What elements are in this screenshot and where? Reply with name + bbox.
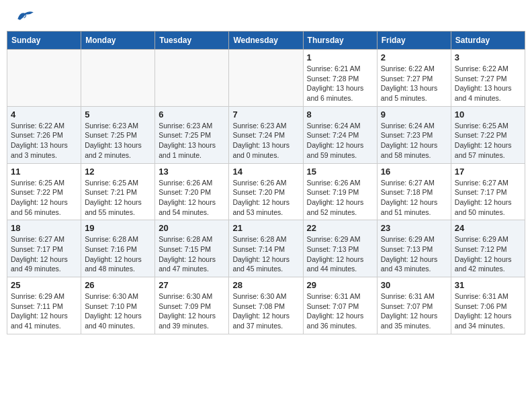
day-info: Sunrise: 6:28 AMSunset: 7:15 PMDaylight:… bbox=[159, 234, 225, 274]
day-number: 1 bbox=[307, 52, 373, 62]
day-info: Sunrise: 6:25 AMSunset: 7:21 PMDaylight:… bbox=[85, 178, 151, 218]
calendar-cell bbox=[155, 50, 229, 107]
calendar-week-row: 1Sunrise: 6:21 AMSunset: 7:28 PMDaylight… bbox=[7, 50, 525, 107]
day-number: 23 bbox=[381, 223, 447, 233]
calendar-table: SundayMondayTuesdayWednesdayThursdayFrid… bbox=[7, 31, 525, 334]
day-info: Sunrise: 6:29 AMSunset: 7:11 PMDaylight:… bbox=[11, 291, 77, 331]
calendar-cell: 1Sunrise: 6:21 AMSunset: 7:28 PMDaylight… bbox=[303, 50, 377, 107]
day-number: 26 bbox=[85, 280, 151, 290]
calendar-cell: 17Sunrise: 6:27 AMSunset: 7:17 PMDayligh… bbox=[451, 163, 525, 220]
calendar-cell: 22Sunrise: 6:29 AMSunset: 7:13 PMDayligh… bbox=[303, 220, 377, 277]
day-number: 3 bbox=[455, 52, 521, 62]
calendar-cell: 14Sunrise: 6:26 AMSunset: 7:20 PMDayligh… bbox=[229, 163, 303, 220]
day-info: Sunrise: 6:28 AMSunset: 7:16 PMDaylight:… bbox=[85, 234, 151, 274]
day-number: 9 bbox=[381, 109, 447, 120]
day-info: Sunrise: 6:25 AMSunset: 7:22 PMDaylight:… bbox=[11, 178, 77, 218]
day-info: Sunrise: 6:24 AMSunset: 7:23 PMDaylight:… bbox=[381, 121, 447, 161]
day-info: Sunrise: 6:26 AMSunset: 7:19 PMDaylight:… bbox=[307, 178, 373, 218]
calendar-cell: 6Sunrise: 6:23 AMSunset: 7:25 PMDaylight… bbox=[155, 106, 229, 163]
day-number: 2 bbox=[381, 52, 447, 62]
day-number: 21 bbox=[232, 223, 299, 233]
weekday-header-monday: Monday bbox=[81, 32, 155, 50]
calendar-cell: 26Sunrise: 6:30 AMSunset: 7:10 PMDayligh… bbox=[81, 277, 155, 334]
day-number: 22 bbox=[307, 223, 373, 233]
day-info: Sunrise: 6:23 AMSunset: 7:24 PMDaylight:… bbox=[232, 121, 299, 161]
day-number: 28 bbox=[232, 280, 299, 290]
day-info: Sunrise: 6:23 AMSunset: 7:25 PMDaylight:… bbox=[85, 121, 151, 161]
weekday-header-saturday: Saturday bbox=[451, 32, 525, 50]
day-number: 25 bbox=[11, 280, 77, 290]
day-info: Sunrise: 6:30 AMSunset: 7:10 PMDaylight:… bbox=[85, 291, 151, 331]
day-number: 18 bbox=[11, 223, 77, 233]
day-number: 7 bbox=[232, 109, 299, 120]
calendar-cell: 25Sunrise: 6:29 AMSunset: 7:11 PMDayligh… bbox=[7, 277, 81, 334]
day-number: 11 bbox=[11, 167, 77, 177]
calendar-cell: 18Sunrise: 6:27 AMSunset: 7:17 PMDayligh… bbox=[7, 220, 81, 277]
day-info: Sunrise: 6:27 AMSunset: 7:17 PMDaylight:… bbox=[455, 178, 521, 218]
day-info: Sunrise: 6:30 AMSunset: 7:08 PMDaylight:… bbox=[232, 291, 299, 331]
day-info: Sunrise: 6:26 AMSunset: 7:20 PMDaylight:… bbox=[159, 178, 225, 218]
day-number: 4 bbox=[11, 109, 77, 120]
day-info: Sunrise: 6:22 AMSunset: 7:27 PMDaylight:… bbox=[455, 64, 521, 103]
weekday-header-sunday: Sunday bbox=[7, 32, 81, 50]
calendar-cell: 4Sunrise: 6:22 AMSunset: 7:26 PMDaylight… bbox=[7, 106, 81, 163]
calendar-cell: 24Sunrise: 6:29 AMSunset: 7:12 PMDayligh… bbox=[451, 220, 525, 277]
day-number: 29 bbox=[307, 280, 373, 290]
day-number: 12 bbox=[85, 167, 151, 177]
day-info: Sunrise: 6:25 AMSunset: 7:22 PMDaylight:… bbox=[455, 121, 521, 161]
calendar-cell: 30Sunrise: 6:31 AMSunset: 7:07 PMDayligh… bbox=[377, 277, 451, 334]
calendar-cell: 8Sunrise: 6:24 AMSunset: 7:24 PMDaylight… bbox=[303, 106, 377, 163]
day-info: Sunrise: 6:31 AMSunset: 7:07 PMDaylight:… bbox=[381, 291, 447, 331]
calendar-cell: 15Sunrise: 6:26 AMSunset: 7:19 PMDayligh… bbox=[303, 163, 377, 220]
calendar-week-row: 11Sunrise: 6:25 AMSunset: 7:22 PMDayligh… bbox=[7, 163, 525, 220]
calendar-cell: 20Sunrise: 6:28 AMSunset: 7:15 PMDayligh… bbox=[155, 220, 229, 277]
calendar-cell: 11Sunrise: 6:25 AMSunset: 7:22 PMDayligh… bbox=[7, 163, 81, 220]
calendar-week-row: 25Sunrise: 6:29 AMSunset: 7:11 PMDayligh… bbox=[7, 277, 525, 334]
day-number: 27 bbox=[159, 280, 225, 290]
weekday-header-tuesday: Tuesday bbox=[155, 32, 229, 50]
day-info: Sunrise: 6:30 AMSunset: 7:09 PMDaylight:… bbox=[159, 291, 225, 331]
day-number: 20 bbox=[159, 223, 225, 233]
day-info: Sunrise: 6:28 AMSunset: 7:14 PMDaylight:… bbox=[232, 234, 299, 274]
day-number: 10 bbox=[455, 109, 521, 120]
day-number: 19 bbox=[85, 223, 151, 233]
day-number: 30 bbox=[381, 280, 447, 290]
logo-bird-icon bbox=[15, 9, 35, 23]
calendar-cell: 7Sunrise: 6:23 AMSunset: 7:24 PMDaylight… bbox=[229, 106, 303, 163]
day-number: 6 bbox=[159, 109, 225, 120]
day-number: 24 bbox=[455, 223, 521, 233]
calendar-cell: 2Sunrise: 6:22 AMSunset: 7:27 PMDaylight… bbox=[377, 50, 451, 107]
calendar-cell: 21Sunrise: 6:28 AMSunset: 7:14 PMDayligh… bbox=[229, 220, 303, 277]
calendar-cell: 19Sunrise: 6:28 AMSunset: 7:16 PMDayligh… bbox=[81, 220, 155, 277]
day-number: 15 bbox=[307, 167, 373, 177]
calendar-cell: 31Sunrise: 6:31 AMSunset: 7:06 PMDayligh… bbox=[451, 277, 525, 334]
calendar-cell: 3Sunrise: 6:22 AMSunset: 7:27 PMDaylight… bbox=[451, 50, 525, 107]
calendar-cell bbox=[229, 50, 303, 107]
page-header bbox=[7, 7, 525, 26]
weekday-header-wednesday: Wednesday bbox=[229, 32, 303, 50]
day-number: 14 bbox=[232, 167, 299, 177]
calendar-cell: 29Sunrise: 6:31 AMSunset: 7:07 PMDayligh… bbox=[303, 277, 377, 334]
weekday-header-row: SundayMondayTuesdayWednesdayThursdayFrid… bbox=[7, 32, 525, 50]
day-info: Sunrise: 6:22 AMSunset: 7:27 PMDaylight:… bbox=[381, 64, 447, 103]
calendar-cell bbox=[7, 50, 81, 107]
day-info: Sunrise: 6:27 AMSunset: 7:17 PMDaylight:… bbox=[11, 234, 77, 274]
calendar-cell: 5Sunrise: 6:23 AMSunset: 7:25 PMDaylight… bbox=[81, 106, 155, 163]
day-info: Sunrise: 6:21 AMSunset: 7:28 PMDaylight:… bbox=[307, 64, 373, 103]
calendar-cell: 28Sunrise: 6:30 AMSunset: 7:08 PMDayligh… bbox=[229, 277, 303, 334]
weekday-header-thursday: Thursday bbox=[303, 32, 377, 50]
calendar-cell: 16Sunrise: 6:27 AMSunset: 7:18 PMDayligh… bbox=[377, 163, 451, 220]
calendar-cell: 23Sunrise: 6:29 AMSunset: 7:13 PMDayligh… bbox=[377, 220, 451, 277]
day-number: 13 bbox=[159, 167, 225, 177]
calendar-week-row: 4Sunrise: 6:22 AMSunset: 7:26 PMDaylight… bbox=[7, 106, 525, 163]
day-info: Sunrise: 6:23 AMSunset: 7:25 PMDaylight:… bbox=[159, 121, 225, 161]
day-info: Sunrise: 6:26 AMSunset: 7:20 PMDaylight:… bbox=[232, 178, 299, 218]
day-info: Sunrise: 6:29 AMSunset: 7:13 PMDaylight:… bbox=[381, 234, 447, 274]
calendar-week-row: 18Sunrise: 6:27 AMSunset: 7:17 PMDayligh… bbox=[7, 220, 525, 277]
day-number: 16 bbox=[381, 167, 447, 177]
calendar-cell: 12Sunrise: 6:25 AMSunset: 7:21 PMDayligh… bbox=[81, 163, 155, 220]
calendar-cell: 9Sunrise: 6:24 AMSunset: 7:23 PMDaylight… bbox=[377, 106, 451, 163]
day-info: Sunrise: 6:29 AMSunset: 7:13 PMDaylight:… bbox=[307, 234, 373, 274]
weekday-header-friday: Friday bbox=[377, 32, 451, 50]
logo bbox=[12, 9, 35, 23]
